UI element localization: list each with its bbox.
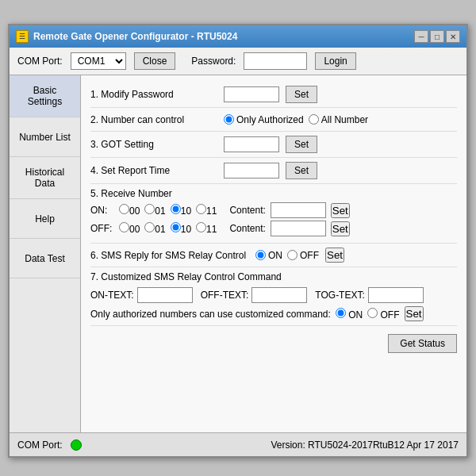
got-setting-label: 3. GOT Setting <box>90 139 217 150</box>
password-field[interactable]: 1234 <box>224 86 279 102</box>
window-title: Remote Gate Opener Configurator - RTU502… <box>33 31 237 42</box>
on-content-label: Content: <box>229 205 265 216</box>
row-sms-reply: 6. SMS Reply for SMS Relay Control ON OF… <box>90 244 457 267</box>
off-text-label: OFF-TEXT: <box>201 290 249 301</box>
toolbar: COM Port: COM1 Close Password: 1234 Logi… <box>10 48 466 75</box>
sidebar-label-help: Help <box>35 213 55 225</box>
status-led <box>71 440 82 451</box>
sidebar-item-basic-settings[interactable]: Basic Settings <box>10 75 80 117</box>
on-text-input[interactable]: 1on <box>137 287 193 303</box>
statusbar: COM Port: Version: RTU5024-2017RtuB12 Ap… <box>10 432 466 456</box>
radio-auth-off[interactable]: OFF <box>367 308 399 321</box>
on-text-label: ON-TEXT: <box>90 290 134 301</box>
off-text-input[interactable]: 1off <box>251 287 307 303</box>
statusbar-com-port-label: COM Port: <box>17 440 63 451</box>
title-bar: ☰ Remote Gate Opener Configurator - RTU5… <box>10 25 466 48</box>
auth-row: Only authorized numbers can use customiz… <box>90 306 457 321</box>
receive-number-off-row: OFF: 00 01 10 11 Content: wsd1Off Set <box>90 221 457 236</box>
main-window: ☰ Remote Gate Opener Configurator - RTU5… <box>8 24 468 458</box>
password-input[interactable]: 1234 <box>244 52 307 70</box>
row-modify-password: 1. Modify Password 1234 Set <box>90 82 457 108</box>
set-sms-reply-button[interactable]: Set <box>325 248 344 263</box>
auth-label: Only authorized numbers can use customiz… <box>90 309 331 320</box>
close-port-button[interactable]: Close <box>134 52 176 70</box>
got-setting-input[interactable]: 0 <box>224 136 279 152</box>
off-content-label: Content: <box>229 223 265 234</box>
radio-on-01[interactable]: 01 <box>144 204 165 217</box>
radio-on-10[interactable]: 10 <box>171 204 191 217</box>
sidebar-label-historical-data: Historical Data <box>16 167 74 189</box>
sidebar-item-number-list[interactable]: Number List <box>10 117 80 157</box>
set-on-button[interactable]: Set <box>331 203 350 218</box>
radio-off-10[interactable]: 10 <box>171 222 191 235</box>
password-label: Password: <box>191 56 236 67</box>
radio-all-number-input[interactable] <box>309 114 319 125</box>
radio-only-authorized-input[interactable] <box>224 114 234 125</box>
modify-password-label: 1. Modify Password <box>90 89 217 100</box>
com-port-label: COM Port: <box>17 56 63 67</box>
tog-text-field: TOG-TEXT: 1tog <box>315 287 423 303</box>
set-password-button[interactable]: Set <box>286 86 317 103</box>
radio-off-11[interactable]: 11 <box>196 222 217 235</box>
on-label: ON: <box>90 205 114 216</box>
receive-number-title: 5. Receive Number <box>90 188 457 199</box>
report-time-input[interactable]: 1 <box>224 163 279 178</box>
off-text-field: OFF-TEXT: 1off <box>201 287 308 303</box>
report-time-label: 4. Set Report Time <box>90 165 217 176</box>
minimize-button[interactable]: ─ <box>414 30 428 43</box>
sms-reply-label: 6. SMS Reply for SMS Relay Control <box>90 250 249 261</box>
close-button[interactable]: ✕ <box>446 30 460 43</box>
radio-only-authorized[interactable]: Only Authorized <box>224 114 304 125</box>
title-bar-left: ☰ Remote Gate Opener Configurator - RTU5… <box>16 30 237 43</box>
com-port-select[interactable]: COM1 <box>71 52 126 70</box>
row-got-setting: 3. GOT Setting 0 Set <box>90 132 457 158</box>
sidebar-item-help[interactable]: Help <box>10 199 80 239</box>
set-report-time-button[interactable]: Set <box>286 162 317 179</box>
set-off-button[interactable]: Set <box>331 221 350 236</box>
version-text: Version: RTU5024-2017RtuB12 Apr 17 2017 <box>271 440 459 451</box>
tog-text-input[interactable]: 1tog <box>368 287 424 303</box>
row-number-control: 2. Number can control Only Authorized Al… <box>90 108 457 132</box>
main-layout: Basic Settings Number List Historical Da… <box>10 75 466 432</box>
login-button[interactable]: Login <box>315 52 355 70</box>
tog-text-label: TOG-TEXT: <box>315 290 364 301</box>
radio-all-number[interactable]: All Number <box>309 114 368 125</box>
customized-texts-row: ON-TEXT: 1on OFF-TEXT: 1off TOG-TEXT: 1t… <box>90 287 457 303</box>
set-got-button[interactable]: Set <box>286 136 317 153</box>
sidebar-label-data-test: Data Test <box>25 253 64 264</box>
receive-number-section: 5. Receive Number ON: 00 01 10 11 Conten… <box>90 184 457 244</box>
receive-number-on-row: ON: 00 01 10 11 Content: Relay work Set <box>90 202 457 218</box>
app-icon: ☰ <box>16 30 29 43</box>
off-content-input[interactable]: wsd1Off <box>271 221 326 236</box>
number-control-label: 2. Number can control <box>90 114 217 125</box>
off-label: OFF: <box>90 223 114 234</box>
sidebar: Basic Settings Number List Historical Da… <box>10 75 81 432</box>
get-status-button[interactable]: Get Status <box>388 334 457 353</box>
sidebar-item-data-test[interactable]: Data Test <box>10 239 80 278</box>
radio-group-control: Only Authorized All Number <box>224 114 368 125</box>
sidebar-item-historical-data[interactable]: Historical Data <box>10 157 80 199</box>
radio-on-11[interactable]: 11 <box>196 204 217 217</box>
restore-button[interactable]: □ <box>430 30 444 43</box>
set-auth-button[interactable]: Set <box>405 306 424 321</box>
radio-auth-on[interactable]: ON <box>336 308 363 321</box>
radio-off-00[interactable]: 00 <box>119 222 140 235</box>
radio-sms-off[interactable]: OFF <box>287 250 319 261</box>
radio-off-01[interactable]: 01 <box>144 222 165 235</box>
title-buttons: ─ □ ✕ <box>414 30 460 43</box>
sms-reply-radio-group: ON OFF <box>255 250 319 261</box>
sidebar-label-basic-settings: Basic Settings <box>16 85 74 107</box>
get-status-row: Get Status <box>90 326 457 361</box>
on-text-field: ON-TEXT: 1on <box>90 287 193 303</box>
on-content-input[interactable]: Relay work <box>271 202 326 218</box>
customized-title: 7. Customized SMS Relay Control Command <box>90 271 457 282</box>
radio-on-00[interactable]: 00 <box>119 204 140 217</box>
row-report-time: 4. Set Report Time 1 Set <box>90 158 457 184</box>
radio-sms-on[interactable]: ON <box>255 250 282 261</box>
content-area: 1. Modify Password 1234 Set 2. Number ca… <box>81 75 466 432</box>
sidebar-label-number-list: Number List <box>19 132 71 143</box>
row-customized-sms: 7. Customized SMS Relay Control Command … <box>90 267 457 326</box>
